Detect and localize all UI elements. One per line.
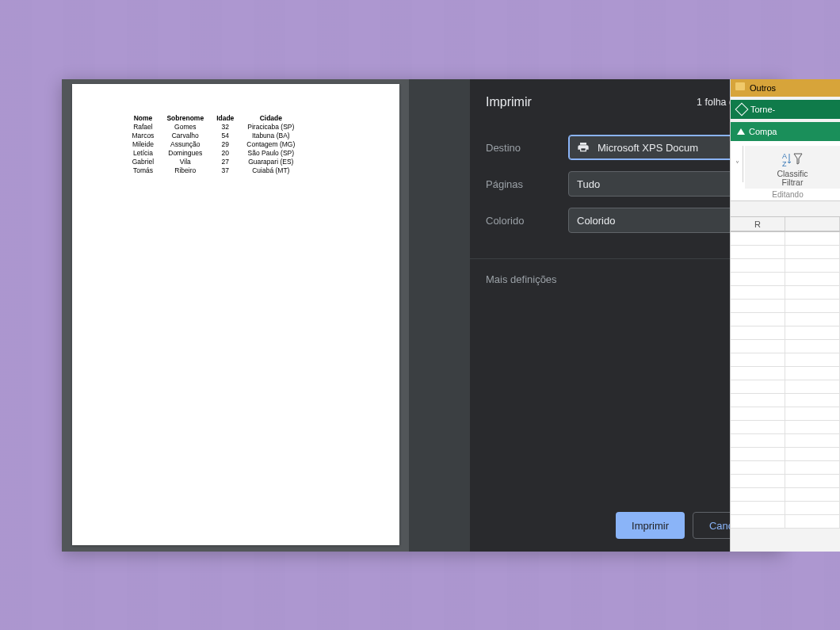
excel-row[interactable] xyxy=(731,367,840,380)
excel-share-label: Compa xyxy=(749,127,777,136)
more-settings-label: Mais definições xyxy=(486,273,557,285)
ribbon-bar: ˅ A Z Classific Filtrar Editando xyxy=(731,141,840,201)
diamond-icon xyxy=(735,103,749,116)
excel-share-button[interactable]: Compa xyxy=(731,122,840,141)
table-row: LetíciaDomingues20São Paulo (SP) xyxy=(126,149,302,158)
page-preview: NomeSobrenomeIdadeCidade RafaelGomes32Pi… xyxy=(72,84,399,545)
filter-label: Filtrar xyxy=(748,178,837,187)
excel-row[interactable] xyxy=(731,515,840,529)
table-header: Idade xyxy=(210,114,240,123)
table-row: GabrielVila27Guarapari (ES) xyxy=(126,158,302,166)
table-cell: Marcos xyxy=(126,132,161,140)
excel-background-strip: Outros Torne- Compa ˅ A Z Classific Filt… xyxy=(730,79,840,552)
print-preview-area[interactable]: NomeSobrenomeIdadeCidade RafaelGomes32Pi… xyxy=(62,79,409,552)
table-row: TomásRibeiro37Cuiabá (MT) xyxy=(126,166,302,175)
table-cell: Cuiabá (MT) xyxy=(240,166,301,175)
column-header-blank[interactable] xyxy=(785,217,840,231)
table-cell: Mileide xyxy=(126,140,161,149)
excel-row[interactable] xyxy=(731,353,840,367)
table-header: Nome xyxy=(126,114,161,123)
excel-row[interactable] xyxy=(731,502,840,515)
excel-row[interactable] xyxy=(731,421,840,434)
excel-row[interactable] xyxy=(731,286,840,300)
excel-premium-button[interactable]: Torne- xyxy=(731,100,840,119)
table-cell: 20 xyxy=(210,149,240,158)
svg-text:A: A xyxy=(782,152,787,160)
excel-grid[interactable] xyxy=(731,231,840,529)
table-header: Sobrenome xyxy=(160,114,210,123)
table-cell: Tomás xyxy=(126,166,161,175)
excel-row[interactable] xyxy=(731,434,840,448)
table-cell: Letícia xyxy=(126,149,161,158)
pages-value: Tudo xyxy=(577,178,600,190)
table-cell: Vila xyxy=(160,158,210,166)
color-label: Colorido xyxy=(486,215,568,227)
print-dialog-window: NomeSobrenomeIdadeCidade RafaelGomes32Pi… xyxy=(62,79,783,552)
editing-group-label: Editando xyxy=(735,189,840,200)
table-row: MarcosCarvalho54Itabuna (BA) xyxy=(126,132,302,140)
excel-column-headers: R xyxy=(731,217,840,231)
bookmark-label: Outros xyxy=(750,83,776,93)
excel-row[interactable] xyxy=(731,326,840,340)
table-cell: Domingues xyxy=(160,149,210,158)
destination-label: Destino xyxy=(486,142,568,154)
sort-filter-icon[interactable]: A Z xyxy=(781,151,804,168)
table-cell: Rafael xyxy=(126,123,161,132)
table-row: RafaelGomes32Piracicaba (SP) xyxy=(126,123,302,132)
panel-title: Imprimir xyxy=(486,95,532,109)
color-value: Colorido xyxy=(577,215,615,227)
excel-row[interactable] xyxy=(731,273,840,286)
table-cell: 32 xyxy=(210,123,240,132)
excel-row[interactable] xyxy=(731,448,840,461)
table-cell: 29 xyxy=(210,140,240,149)
table-row: MileideAssunção29Contagem (MG) xyxy=(126,140,302,149)
printer-icon xyxy=(577,141,590,154)
table-cell: Assunção xyxy=(160,140,210,149)
table-cell: Piracicaba (SP) xyxy=(240,123,301,132)
table-cell: Gomes xyxy=(160,123,210,132)
excel-row[interactable] xyxy=(731,380,840,394)
table-cell: 37 xyxy=(210,166,240,175)
excel-torne-label: Torne- xyxy=(750,105,775,114)
excel-row[interactable] xyxy=(731,259,840,273)
excel-row[interactable] xyxy=(731,475,840,488)
excel-row[interactable] xyxy=(731,246,840,259)
share-icon xyxy=(737,128,745,135)
table-cell: Carvalho xyxy=(160,132,210,140)
table-cell: Guarapari (ES) xyxy=(240,158,301,166)
excel-row[interactable] xyxy=(731,407,840,421)
column-header-r[interactable]: R xyxy=(731,217,785,231)
print-button[interactable]: Imprimir xyxy=(616,512,685,539)
bookmark-folder[interactable]: Outros xyxy=(731,79,840,97)
svg-text:Z: Z xyxy=(782,160,787,168)
table-cell: Gabriel xyxy=(126,158,161,166)
table-cell: Itabuna (BA) xyxy=(240,132,301,140)
table-cell: Contagem (MG) xyxy=(240,140,301,149)
excel-row[interactable] xyxy=(731,232,840,246)
table-header: Cidade xyxy=(240,114,301,123)
excel-row[interactable] xyxy=(731,394,840,407)
table-cell: São Paulo (SP) xyxy=(240,149,301,158)
pages-label: Páginas xyxy=(486,178,568,190)
table-cell: 54 xyxy=(210,132,240,140)
table-cell: Ribeiro xyxy=(160,166,210,175)
preview-table: NomeSobrenomeIdadeCidade RafaelGomes32Pi… xyxy=(126,114,302,175)
preview-gutter xyxy=(409,79,470,552)
table-cell: 27 xyxy=(210,158,240,166)
excel-row[interactable] xyxy=(731,340,840,353)
excel-row[interactable] xyxy=(731,488,840,502)
excel-row[interactable] xyxy=(731,313,840,326)
excel-row[interactable] xyxy=(731,461,840,475)
excel-row[interactable] xyxy=(731,300,840,313)
destination-value: Microsoft XPS Docum xyxy=(598,142,698,154)
